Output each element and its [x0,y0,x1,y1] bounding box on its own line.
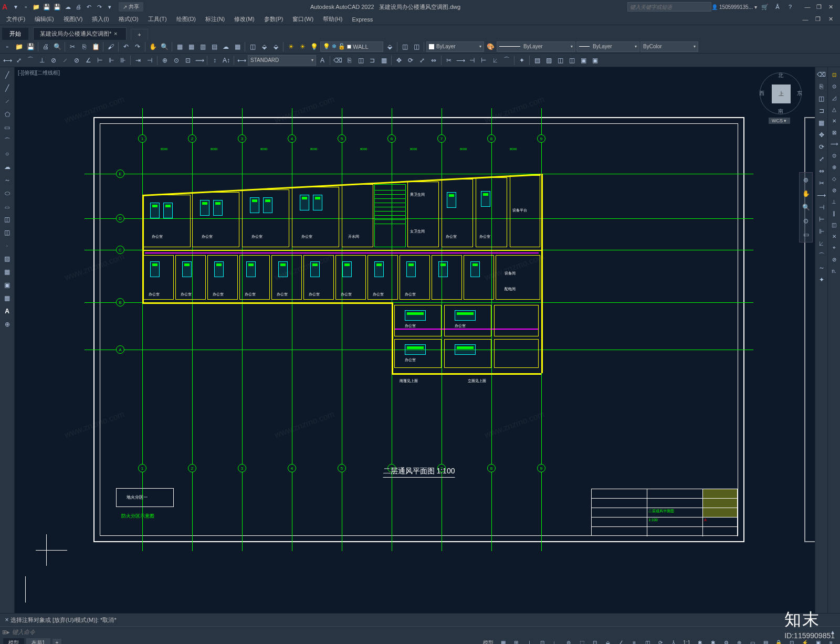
snap-endpoint-icon[interactable]: ◿ [829,92,839,103]
lwt-toggle-icon[interactable]: ≡ [628,638,640,645]
tb-insert-icon[interactable]: ◫ [400,41,410,52]
revcloud-tool-icon[interactable]: ☁ [2,161,13,173]
drawing-canvas[interactable]: [-][俯视][二维线框] 上 北 南 东 西 WCS ▾ [15,67,815,613]
gradient-tool-icon[interactable]: ▦ [2,266,13,278]
arc-tool-icon[interactable]: ⌒ [2,135,13,146]
blend-icon[interactable]: ～ [816,262,827,273]
scale-text[interactable]: 1:1 [681,640,692,644]
modelspace-label[interactable]: 模型 [481,639,496,645]
snap-toggle-icon[interactable]: ⊞ [510,638,522,645]
minimize-button[interactable]: — [802,2,813,12]
help-icon[interactable]: ? [785,2,795,12]
menu-help[interactable]: 帮助(H) [319,14,346,24]
snap-node-icon[interactable]: ✕ [829,231,839,241]
move-icon[interactable]: ✥ [816,130,827,140]
selection-cycling-icon[interactable]: ⟳ [655,638,666,645]
dim-linear-icon[interactable]: ⟷ [2,55,13,66]
hatch-edit-icon[interactable]: ▨ [543,55,554,66]
viewport-label[interactable]: [-][俯视][二维线框] [18,69,60,77]
document-tab[interactable]: 某建设局办公楼通风空调图*× [33,27,127,40]
menu-file[interactable]: 文件(F) [2,14,29,24]
doc-minimize-button[interactable]: — [800,15,811,24]
scale-icon[interactable]: ⤢ [816,154,827,164]
group-icon[interactable]: ◫ [555,55,565,66]
nav-orbit-icon[interactable]: ⊙ [801,216,811,226]
textstyle-dropdown[interactable]: STANDARD [248,55,316,66]
mod-move-icon[interactable]: ✥ [394,55,404,66]
circle-tool-icon[interactable]: ○ [2,148,13,160]
insertblock-tool-icon[interactable]: ◫ [2,214,13,225]
tb-save-icon[interactable]: 💾 [25,41,36,52]
close-button[interactable]: ✕ [825,2,836,12]
snap-midpoint-icon[interactable]: △ [829,104,839,114]
viewcube[interactable]: 上 北 南 东 西 WCS ▾ [757,72,804,135]
dim-radius-icon[interactable]: ⊘ [48,55,59,66]
snap-insert-icon[interactable]: ◫ [829,219,839,230]
dim-diameter-icon[interactable]: ⊘ [71,55,82,66]
xref-icon[interactable]: ▣ [590,55,600,66]
menu-format[interactable]: 格式(O) [114,14,143,24]
new-icon[interactable]: ▫ [21,2,30,12]
join-icon[interactable]: ⊩ [816,226,827,237]
osnap-toggle-icon[interactable]: ⊡ [589,638,601,645]
addselected-tool-icon[interactable]: ⊕ [2,319,13,330]
menu-modify[interactable]: 修改(M) [230,14,259,24]
save-icon[interactable]: 💾 [42,2,51,12]
snap-tangent-icon[interactable]: ⊘ [829,185,839,195]
dimedit-icon[interactable]: ↕ [209,55,220,66]
dynamic-input-icon[interactable]: ⊡ [537,638,548,645]
saveas-icon[interactable]: 💾 [52,2,62,12]
tb-layermatch-icon[interactable]: ⬙ [384,41,395,52]
quick-props-icon[interactable]: ▤ [760,638,771,645]
dimstyle-icon[interactable]: ⟷ [236,55,247,66]
tb-pan-icon[interactable]: ✋ [148,41,158,52]
viewcube-face[interactable]: 上 [772,85,791,103]
ortho-toggle-icon[interactable]: ∟ [550,638,561,645]
annotation-auto-icon[interactable]: ✱ [707,638,719,645]
snap-parallel-icon[interactable]: ∥ [829,208,839,218]
lineweight-dropdown[interactable]: ByLayer [576,41,639,52]
tb-paste-icon[interactable]: 📋 [90,41,101,52]
nav-zoom-icon[interactable]: 🔍 [801,202,811,213]
tb-layer-freeze-icon[interactable]: ☀ [286,41,296,52]
polyline-tool-icon[interactable]: ⟋ [2,96,13,107]
mod-fillet-icon[interactable]: ⌒ [501,55,512,66]
user-menu[interactable]: 👤1505999135...▾ [711,4,757,10]
tb-undo-icon[interactable]: ↶ [121,41,131,52]
mod-stretch-icon[interactable]: ⇔ [428,55,439,66]
mod-erase-icon[interactable]: ⌫ [332,55,343,66]
dim-aligned-icon[interactable]: ⤢ [14,55,24,66]
tb-sheetset-icon[interactable]: ▤ [209,41,219,52]
web-save-icon[interactable]: ☁ [63,2,72,12]
explode-icon[interactable]: ✦ [816,275,827,285]
nav-showmotion-icon[interactable]: ▭ [801,229,811,240]
menu-draw[interactable]: 绘图(D) [172,14,200,24]
undo-icon[interactable]: ↶ [84,2,93,12]
share-button[interactable]: ↗共享 [119,2,143,12]
tb-new-icon[interactable]: ▫ [2,41,13,52]
snap-quadrant-icon[interactable]: ◇ [829,173,839,184]
tb-preview-icon[interactable]: 🔍 [52,41,62,52]
units-icon[interactable]: ▭ [747,638,758,645]
dimtedit-icon[interactable]: A↕ [221,55,232,66]
snap-center-icon[interactable]: ⊙ [829,150,839,161]
line-tool-icon[interactable]: ╱ [2,69,13,81]
spline-tool-icon[interactable]: ～ [2,174,13,186]
wcs-dropdown[interactable]: WCS ▾ [769,118,790,124]
search-input[interactable] [627,2,711,12]
isodraft-icon[interactable]: ⬚ [576,638,587,645]
doc-restore-button[interactable]: ❐ [813,15,823,24]
grid-toggle-icon[interactable]: ▦ [497,638,509,645]
snap-perp-icon[interactable]: ⊥ [829,196,839,207]
snap-settings-icon[interactable]: n. [829,266,839,276]
inspect-icon[interactable]: ⊡ [183,55,193,66]
mod-array-icon[interactable]: ▦ [379,55,389,66]
snap-temp-icon[interactable]: ⊡ [829,69,839,80]
cmd-close-icon[interactable]: × [3,615,10,625]
snap-geocenter-icon[interactable]: ⊕ [829,162,839,172]
dim-break-icon[interactable]: ⊣ [144,55,155,66]
mod-chamfer-icon[interactable]: ⟀ [490,55,500,66]
dim-quick-icon[interactable]: ⊢ [94,55,105,66]
tolerance-icon[interactable]: ⊕ [160,55,170,66]
annotation-monitor-icon[interactable]: ⊕ [733,638,745,645]
